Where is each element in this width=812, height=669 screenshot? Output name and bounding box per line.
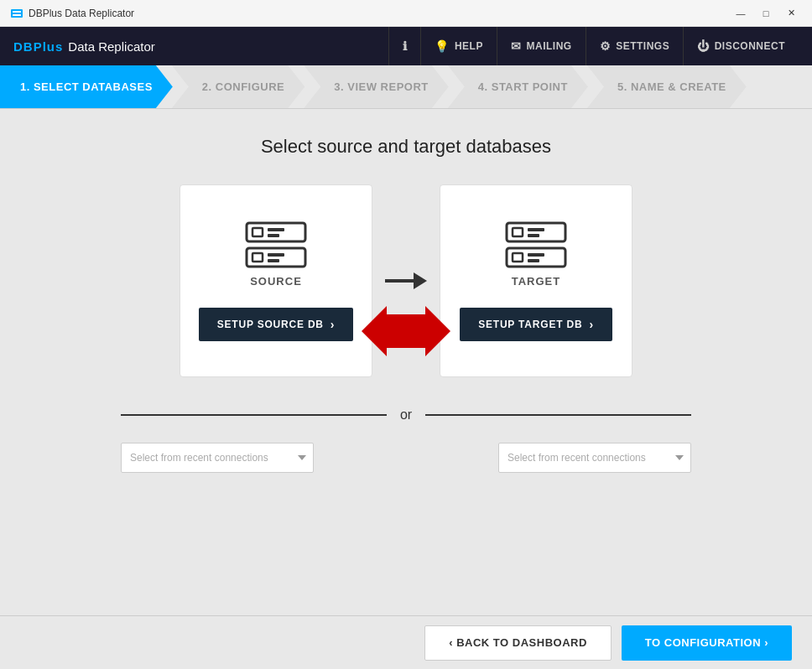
svg-marker-11 <box>362 306 420 356</box>
window-controls: — □ ✕ <box>730 5 802 22</box>
source-card: SOURCE SETUP SOURCE DB › <box>180 184 372 377</box>
step1-label: 1. SELECT DATABASES <box>20 80 153 93</box>
setup-target-label: SETUP TARGET DB <box>478 319 582 330</box>
svg-marker-13 <box>414 272 427 289</box>
svg-rect-7 <box>247 248 305 267</box>
close-button[interactable]: ✕ <box>780 5 802 22</box>
svg-rect-1 <box>13 11 21 13</box>
wizard-step-view-report[interactable]: 3. VIEW REPORT <box>304 65 448 108</box>
mailing-icon: ✉ <box>511 39 522 53</box>
top-navigation: DBPlus Data Replicator ℹ 💡 HELP ✉ MAILIN… <box>0 27 812 65</box>
svg-rect-21 <box>528 259 539 262</box>
disconnect-label: DISCONNECT <box>715 40 785 52</box>
target-card: TARGET SETUP TARGET DB › <box>440 184 632 377</box>
title-bar-text: DBPlus Data Replicator <box>29 8 730 19</box>
app-logo: DBPlus Data Replicator <box>13 39 155 54</box>
svg-rect-18 <box>507 248 565 267</box>
source-btn-arrow: › <box>331 318 335 331</box>
footer: ‹ BACK TO DASHBOARD TO CONFIGURATION › <box>0 615 812 669</box>
disconnect-icon: ⏻ <box>697 39 710 53</box>
nav-item-help[interactable]: 💡 HELP <box>420 27 497 65</box>
db-cards-row: SOURCE SETUP SOURCE DB › <box>121 184 691 377</box>
mailing-label: MAILING <box>526 40 571 52</box>
target-recent-select[interactable]: Select from recent connections <box>498 443 691 473</box>
help-label: HELP <box>455 40 483 52</box>
svg-rect-9 <box>268 253 284 257</box>
setup-source-label: SETUP SOURCE DB <box>217 319 324 330</box>
svg-rect-0 <box>11 9 23 18</box>
svg-rect-10 <box>268 259 279 262</box>
svg-marker-22 <box>392 306 450 356</box>
to-configuration-button[interactable]: TO CONFIGURATION › <box>622 625 792 661</box>
page-title: Select source and target databases <box>261 136 551 158</box>
svg-rect-16 <box>528 228 544 231</box>
step2-label: 2. CONFIGURE <box>202 80 284 93</box>
svg-rect-5 <box>268 228 284 231</box>
or-text: or <box>400 407 412 423</box>
svg-rect-14 <box>507 223 565 241</box>
logo-brand: DBPlus <box>13 39 63 54</box>
svg-rect-3 <box>247 223 305 241</box>
svg-rect-19 <box>513 253 523 262</box>
svg-rect-2 <box>13 14 21 16</box>
svg-rect-8 <box>252 253 263 262</box>
settings-label: SETTINGS <box>616 40 669 52</box>
dropdowns-row: Select from recent connections Select fr… <box>121 443 691 473</box>
nav-item-info[interactable]: ℹ <box>388 27 421 65</box>
help-icon: 💡 <box>435 39 450 53</box>
wizard-step-select-databases[interactable]: 1. SELECT DATABASES <box>0 65 173 108</box>
target-pointer <box>392 306 450 360</box>
svg-rect-17 <box>528 234 539 237</box>
main-content: Select source and target databases SOURC… <box>0 109 812 615</box>
target-label: TARGET <box>512 275 560 288</box>
minimize-button[interactable]: — <box>730 5 752 22</box>
svg-rect-15 <box>513 228 523 236</box>
svg-rect-6 <box>268 234 279 237</box>
setup-target-db-button[interactable]: SETUP TARGET DB › <box>460 308 612 341</box>
or-line-right <box>425 414 691 416</box>
settings-icon: ⚙ <box>600 39 612 53</box>
or-divider: or <box>121 407 691 423</box>
step4-label: 4. START POINT <box>478 80 568 93</box>
source-db-icon <box>242 221 310 268</box>
app-icon <box>10 7 23 20</box>
step3-label: 3. VIEW REPORT <box>334 80 428 93</box>
logo-rest: Data Replicator <box>68 39 154 54</box>
arrow-connector <box>372 266 440 296</box>
title-bar: DBPlus Data Replicator — □ ✕ <box>0 0 812 27</box>
nav-item-mailing[interactable]: ✉ MAILING <box>497 27 586 65</box>
nav-items: ℹ 💡 HELP ✉ MAILING ⚙ SETTINGS ⏻ DISCONNE… <box>388 27 799 65</box>
back-to-dashboard-button[interactable]: ‹ BACK TO DASHBOARD <box>424 625 612 661</box>
target-db-icon <box>502 221 570 268</box>
wizard-step-configure[interactable]: 2. CONFIGURE <box>172 65 304 108</box>
step5-label: 5. NAME & CREATE <box>617 80 726 93</box>
wizard-bar: 1. SELECT DATABASES 2. CONFIGURE 3. VIEW… <box>0 65 812 109</box>
info-icon: ℹ <box>403 39 408 53</box>
source-pointer <box>362 306 420 360</box>
nav-item-disconnect[interactable]: ⏻ DISCONNECT <box>683 27 799 65</box>
svg-rect-4 <box>252 228 263 236</box>
maximize-button[interactable]: □ <box>755 5 777 22</box>
wizard-step-name-create[interactable]: 5. NAME & CREATE <box>587 65 747 108</box>
setup-source-db-button[interactable]: SETUP SOURCE DB › <box>199 308 354 341</box>
or-line-left <box>121 414 387 416</box>
nav-item-settings[interactable]: ⚙ SETTINGS <box>586 27 684 65</box>
svg-rect-20 <box>528 253 544 257</box>
target-btn-arrow: › <box>589 318 593 331</box>
source-label: SOURCE <box>250 275 302 288</box>
wizard-step-start-point[interactable]: 4. START POINT <box>448 65 588 108</box>
source-recent-select[interactable]: Select from recent connections <box>121 443 314 473</box>
